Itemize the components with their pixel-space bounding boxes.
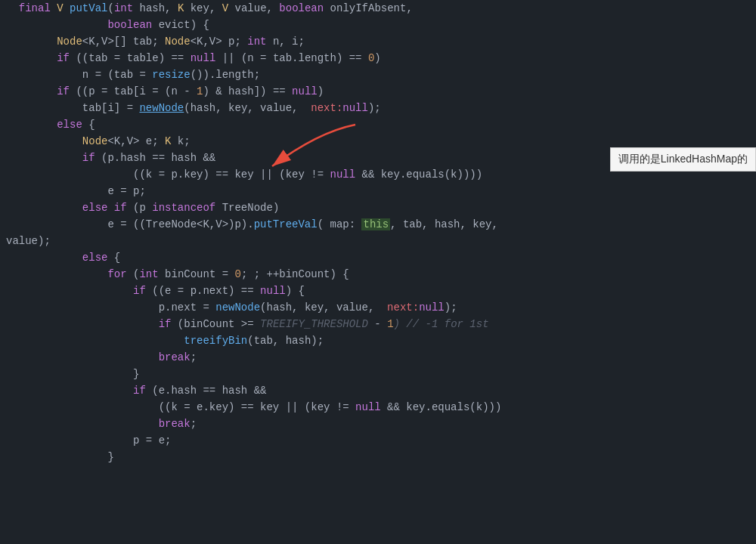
line-content: }: [6, 449, 114, 465]
code-line: n = (tab = resize()).length;: [0, 66, 756, 83]
line-content: e = p;: [6, 183, 146, 199]
line-content: value);: [6, 233, 51, 249]
line-content: if ((p = tab[i = (n - 1) & hash]) == nul…: [6, 83, 324, 100]
line-content: p = e;: [6, 432, 171, 449]
annotation-box: 调用的是LinkedHashMap的: [610, 147, 756, 172]
code-line: }: [0, 449, 756, 465]
code-line: Node<K,V>[] tab; Node<K,V> p; int n, i;: [0, 33, 756, 50]
code-line: if (binCount >= TREEIFY_THRESHOLD - 1) /…: [0, 316, 756, 332]
code-line: treeifyBin(tab, hash);: [0, 332, 756, 349]
line-content: break;: [6, 416, 197, 432]
line-content: tab[i] = newNode(hash, key, value, next:…: [6, 100, 381, 116]
line-content: if ((tab = table) == null || (n = tab.le…: [6, 50, 381, 66]
code-line: break;: [0, 416, 756, 432]
line-content: p.next = newNode(hash, key, value, next:…: [6, 299, 457, 316]
code-line: tab[i] = newNode(hash, key, value, next:…: [0, 100, 756, 116]
line-content: final V putVal(int hash, K key, V value,…: [6, 0, 413, 17]
code-line: p.next = newNode(hash, key, value, next:…: [0, 299, 756, 316]
line-content: if (e.hash == hash &&: [6, 382, 266, 399]
line-content: else {: [6, 116, 95, 133]
code-line: boolean evict) {: [0, 17, 756, 33]
line-content: Node<K,V>[] tab; Node<K,V> p; int n, i;: [6, 33, 305, 50]
line-content: for (int binCount = 0; ; ++binCount) {: [6, 266, 349, 283]
code-line: else {: [0, 116, 756, 133]
code-line: final V putVal(int hash, K key, V value,…: [0, 0, 756, 17]
line-content: if (p.hash == hash &&: [6, 150, 215, 166]
line-content: if ((e = p.next) == null) {: [6, 283, 305, 299]
code-line: }: [0, 366, 756, 382]
code-line: ((k = e.key) == key || (key != null && k…: [0, 399, 756, 416]
code-line: for (int binCount = 0; ; ++binCount) {: [0, 266, 756, 283]
code-line: if ((tab = table) == null || (n = tab.le…: [0, 50, 756, 66]
line-content: if (binCount >= TREEIFY_THRESHOLD - 1) /…: [6, 316, 489, 332]
line-content: else if (p instanceof TreeNode): [6, 199, 279, 216]
line-content: break;: [6, 349, 197, 366]
line-content: boolean evict) {: [6, 17, 209, 33]
code-lines: final V putVal(int hash, K key, V value,…: [0, 0, 756, 465]
code-line: if ((e = p.next) == null) {: [0, 283, 756, 299]
code-line: e = ((TreeNode<K,V>)p).putTreeVal( map: …: [0, 216, 756, 233]
line-content: }: [6, 366, 139, 382]
code-line: else if (p instanceof TreeNode): [0, 199, 756, 216]
line-content: ((k = p.key) == key || (key != null && k…: [6, 166, 482, 183]
code-line: value);: [0, 233, 756, 249]
code-line: if ((p = tab[i = (n - 1) & hash]) == nul…: [0, 83, 756, 100]
annotation-text: 调用的是LinkedHashMap的: [618, 153, 748, 165]
line-content: Node<K,V> e; K k;: [6, 133, 191, 150]
code-line: if (e.hash == hash &&: [0, 382, 756, 399]
code-line: e = p;: [0, 183, 756, 199]
code-line: break;: [0, 349, 756, 366]
line-content: else {: [6, 249, 120, 266]
code-editor: final V putVal(int hash, K key, V value,…: [0, 0, 756, 544]
line-content: n = (tab = resize()).length;: [6, 66, 260, 83]
code-line: p = e;: [0, 432, 756, 449]
line-content: treeifyBin(tab, hash);: [6, 332, 324, 349]
code-line: else {: [0, 249, 756, 266]
line-content: ((k = e.key) == key || (key != null && k…: [6, 399, 501, 416]
line-content: e = ((TreeNode<K,V>)p).putTreeVal( map: …: [6, 216, 498, 233]
